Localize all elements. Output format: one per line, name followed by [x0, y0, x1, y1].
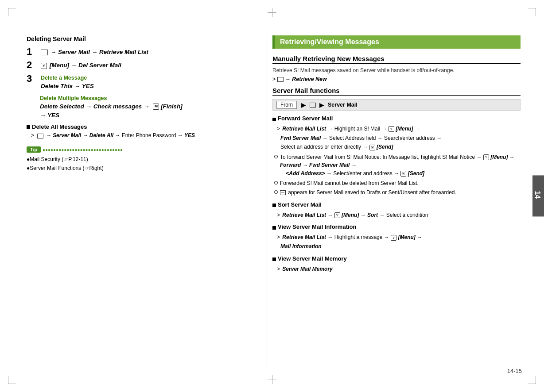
left-section-title: Deleting Server Mail: [27, 35, 244, 42]
view-memory-heading-line: View Server Mail Memory: [272, 255, 521, 264]
forward-bullet1-text: To forward Server Mail from S! Mail Noti…: [280, 153, 521, 178]
step-3-text: Delete This → YES: [41, 83, 94, 89]
step-3-label: Delete a Message: [41, 75, 244, 81]
send-icon-1: ✉: [369, 145, 375, 150]
delete-multiple-label: Delete Multiple Messages: [40, 95, 244, 101]
view-memory-section: View Server Mail Memory > Server Mail Me…: [272, 255, 521, 273]
manual-desc: Retrieve S! Mail messages saved on Serve…: [272, 66, 521, 74]
step-1-text: → Server Mail → Retrieve Mail List: [41, 49, 148, 55]
delete-all-mail-icon: [37, 134, 43, 138]
send-icon-b1: ✉: [400, 171, 406, 177]
delete-all-bullet: [27, 125, 30, 129]
tip-box: Tip ●●●●●●●●●●●●●●●●●●●●●●●●●●●●●● ●Mail…: [27, 146, 244, 172]
sort-section: Sort Server Mail > Retrieve Mail List → …: [272, 201, 521, 219]
page-number: 14-15: [507, 368, 522, 374]
sort-line1: > Retrieve Mail List → Y [Menu] → Sort →…: [272, 211, 521, 219]
from-box-label: From: [276, 101, 297, 109]
retrieve-mail-icon: [277, 77, 284, 82]
phone-icon-2: Y: [41, 63, 47, 69]
tip-dots: ●●●●●●●●●●●●●●●●●●●●●●●●●●●●●●: [43, 148, 123, 153]
tip-content: ●Mail Security (☞P.12-11) ●Server Mail F…: [27, 155, 244, 172]
forward-bullet1: To forward Server Mail from S! Mail Noti…: [272, 153, 521, 178]
server-functions-title: Server Mail functions: [272, 87, 521, 96]
menu-icon-fwd: Y: [389, 126, 394, 132]
corner-mark-bl: [8, 376, 16, 384]
delete-multiple-text: Delete Selected → Check messages → ✉ [Fi…: [40, 102, 244, 111]
circle-bullet-3: [274, 190, 278, 194]
tip-item-2: ●Server Mail Functions (☞Right): [27, 164, 244, 173]
from-bar-arrow1: ▶: [301, 101, 306, 108]
forward-line3: Select an address or enter directly → ✉ …: [272, 143, 521, 151]
sort-heading: Sort Server Mail: [278, 201, 322, 208]
retrieve-gt: >: [272, 76, 276, 82]
view-memory-bullet: [272, 257, 276, 261]
from-bar-server-mail: Server Mail: [328, 102, 357, 108]
manual-retrieve-line: > → Retrieve New: [272, 76, 521, 82]
corner-mark-br: [528, 376, 536, 384]
step-3: 3 Delete a Message Delete This → YES: [27, 75, 244, 91]
manual-title: Manually Retrieving New Messages: [272, 55, 521, 64]
step-3-content: Delete a Message Delete This → YES: [41, 75, 244, 91]
forward-bullet2-text: Forwarded S! Mail cannot be deleted from…: [280, 179, 419, 188]
forward-bullet2: Forwarded S! Mail cannot be deleted from…: [272, 179, 521, 188]
chapter-number: 14: [533, 184, 541, 205]
from-bar: From ▶ ▶ Server Mail: [272, 99, 521, 111]
circle-bullet-2: [274, 181, 278, 184]
delete-all-heading: Delete All Messages: [32, 123, 87, 130]
banner-heading: Retrieving/Viewing Messages: [272, 35, 521, 49]
crosshair-top: [268, 8, 276, 17]
step-1-content: → Server Mail → Retrieve Mail List: [41, 48, 244, 57]
step-3-number: 3: [27, 74, 39, 84]
menu-icon-b1: Y: [483, 154, 489, 160]
step-2-text: Y [Menu] → Del Server Mail: [41, 62, 121, 69]
corner-mark-tl: [8, 8, 16, 16]
step-2: 2 Y [Menu] → Del Server Mail: [27, 61, 244, 70]
left-column: Deleting Server Mail 1 → Server Mail → R…: [27, 35, 244, 173]
from-bar-arrow2: ▶: [319, 101, 324, 108]
tip-label: Tip: [27, 146, 41, 153]
right-column: Retrieving/Viewing Messages Manually Ret…: [272, 35, 521, 277]
delete-all-line: > → Server Mail → Delete All → Enter Pho…: [27, 131, 244, 140]
mail-icon-1: [41, 50, 48, 55]
forward-line1: > Retrieve Mail List → Highlight an S! M…: [272, 125, 521, 133]
small-box-icon: [280, 190, 286, 195]
view-info-line2: Mail Information: [272, 242, 521, 251]
forward-bullet3: appears for Server Mail saved to Drafts …: [272, 188, 521, 197]
forward-heading: Forward Server Mail: [278, 115, 333, 122]
delete-multiple-block: Delete Multiple Messages Delete Selected…: [40, 95, 244, 120]
menu-icon-sort: Y: [334, 212, 340, 218]
delete-multiple-yes: → YES: [40, 111, 244, 120]
forward-heading-line: Forward Server Mail: [272, 115, 521, 123]
step-1: 1 → Server Mail → Retrieve Mail List: [27, 48, 244, 57]
delete-all-arrow: >: [31, 132, 34, 138]
view-info-line1: > Retrieve Mail List → Highlight a messa…: [272, 233, 521, 242]
step-2-number: 2: [27, 60, 39, 70]
sort-heading-line: Sort Server Mail: [272, 201, 521, 210]
step-1-number: 1: [27, 47, 39, 57]
center-divider: [267, 35, 267, 365]
forward-line2: Fwd Server Mail → Select Address field →…: [272, 134, 521, 142]
view-info-section: View Server Mail Information > Retrieve …: [272, 223, 521, 250]
sort-bullet: [272, 204, 276, 207]
chapter-tab: 14 Messaging: [532, 175, 544, 216]
view-info-heading-line: View Server Mail Information: [272, 223, 521, 232]
corner-mark-tr: [528, 8, 536, 16]
step-2-content: Y [Menu] → Del Server Mail: [41, 61, 244, 70]
view-memory-heading: View Server Mail Memory: [278, 255, 347, 262]
menu-icon-view: Y: [391, 235, 396, 241]
view-memory-line1: > Server Mail Memory: [272, 265, 521, 273]
forward-section: Forward Server Mail > Retrieve Mail List…: [272, 115, 521, 197]
forward-bullet3-text: appears for Server Mail saved to Drafts …: [280, 188, 456, 197]
circle-bullet-1: [274, 155, 278, 158]
chapter-label: Messaging: [528, 184, 533, 208]
crosshair-bottom: [268, 375, 276, 384]
delete-all-heading-line: Delete All Messages: [27, 123, 244, 130]
retrieve-text: → Retrieve New: [285, 76, 326, 82]
view-info-bullet: [272, 226, 276, 230]
finish-icon: ✉: [153, 104, 159, 110]
forward-bullet: [272, 118, 276, 121]
tip-item-1: ●Mail Security (☞P.12-11): [27, 155, 244, 164]
delete-all-block: Delete All Messages > → Server Mail → De…: [27, 123, 244, 140]
view-info-heading: View Server Mail Information: [278, 223, 356, 230]
from-bar-mail-icon: [310, 103, 316, 108]
